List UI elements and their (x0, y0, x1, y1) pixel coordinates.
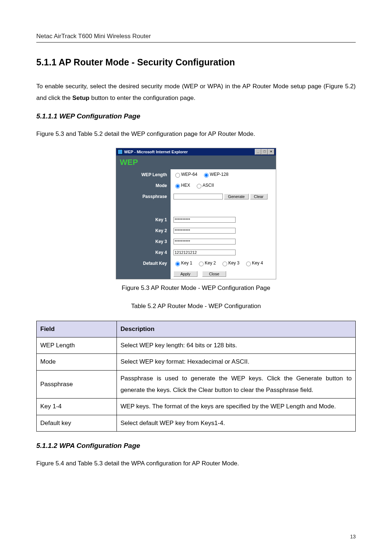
generate-button[interactable]: Generate (224, 194, 249, 199)
cell-desc: Select WEP key format: Hexadecimal or AS… (117, 354, 356, 370)
minimize-button[interactable]: _ (255, 149, 261, 155)
passphrase-input[interactable] (173, 194, 223, 199)
figure-caption: Figure 5.3 AP Router Mode - WEP Configur… (36, 284, 356, 292)
wep-description-table: Field Description WEP Length Select WEP … (36, 321, 356, 432)
table-row: Mode Select WEP key format: Hexadecimal … (37, 354, 356, 370)
wep-form-table: WEP WEP Length WEP-64 WEP-128 Mode HEX A… (116, 155, 276, 279)
table-header-field: Field (37, 321, 117, 337)
ie-titlebar: WEP - Microsoft Internet Explorer _ □ × (116, 148, 276, 155)
table-row: WEP Length Select WEP key length: 64 bit… (37, 337, 356, 354)
radio-default-key4[interactable] (246, 262, 251, 266)
intro-paragraph: To enable security, select the desired s… (36, 81, 356, 104)
ie-window: WEP - Microsoft Internet Explorer _ □ × … (116, 148, 276, 279)
cell-field: WEP Length (37, 337, 117, 354)
cell-desc: WEP keys. The format of the keys are spe… (117, 399, 356, 415)
cell-field: Key 1-4 (37, 399, 117, 415)
window-controls: _ □ × (255, 149, 274, 155)
cell-desc: Passphrase is used to generate the WEP k… (117, 370, 356, 399)
cell-field: Mode (37, 354, 117, 370)
clear-button[interactable]: Clear (250, 194, 268, 199)
intro-post: button to enter the configuration page. (89, 94, 195, 101)
cell-desc: Select WEP key length: 64 bits or 128 bi… (117, 337, 356, 354)
label-key3: Key 3 (116, 236, 171, 247)
subsection-heading-wpa: 5.1.1.2 WPA Configuration Page (36, 442, 356, 450)
key3-input[interactable] (173, 239, 236, 244)
label-key1: Key 1 (116, 214, 171, 225)
label-default-key: Default Key (116, 258, 171, 269)
ie-window-title: WEP - Microsoft Internet Explorer (124, 150, 188, 154)
radio-default-key3[interactable] (222, 262, 227, 266)
label-empty (116, 269, 171, 279)
key1-input[interactable] (173, 217, 236, 223)
label-passphrase: Passphrase (116, 191, 171, 202)
radio-wep-128[interactable] (204, 173, 209, 178)
radio-default-key1[interactable] (175, 262, 180, 266)
radio-label-hex: HEX (181, 183, 190, 188)
radio-label-wep-64: WEP-64 (181, 172, 197, 177)
radio-label-dk1: Key 1 (181, 260, 192, 266)
subsection-heading-wep: 5.1.1.1 WEP Configuration Page (36, 112, 356, 120)
close-button[interactable]: Close (202, 271, 226, 277)
radio-label-dk4: Key 4 (252, 260, 263, 266)
wpa-intro-text: Figure 5.4 and Table 5.3 detail the WPA … (36, 458, 356, 469)
table-row: Key 1-4 WEP keys. The format of the keys… (37, 399, 356, 415)
wep-form-title: WEP (116, 155, 276, 169)
apply-button[interactable]: Apply (173, 271, 197, 277)
desc-bold-clear: Clear (199, 387, 213, 393)
intro-bold-setup: Setup (72, 94, 89, 101)
table-row: Passphrase Passphrase is used to generat… (37, 370, 356, 399)
label-mode: Mode (116, 180, 171, 191)
ie-icon (118, 149, 123, 154)
close-window-button[interactable]: × (268, 149, 274, 155)
table-header-description: Description (117, 321, 356, 337)
figure-5-3: WEP - Microsoft Internet Explorer _ □ × … (36, 148, 356, 279)
radio-ascii[interactable] (197, 184, 201, 189)
key2-input[interactable] (173, 228, 236, 234)
desc-pre: Passphrase is used to generate the WEP k… (121, 375, 296, 382)
wep-intro-text: Figure 5.3 and Table 5.2 detail the WEP … (36, 128, 356, 140)
section-heading: 5.1.1 AP Router Mode - Security Configur… (36, 57, 356, 68)
radio-hex[interactable] (175, 184, 180, 189)
table-caption: Table 5.2 AP Router Mode - WEP Configura… (36, 303, 356, 310)
maximize-button[interactable]: □ (261, 149, 268, 155)
label-wep-length: WEP Length (116, 169, 171, 180)
cell-field: Passphrase (37, 370, 117, 399)
radio-label-ascii: ASCII (203, 183, 214, 188)
document-page: Netac AirTrack T600 Mini Wireless Router… (0, 0, 392, 554)
radio-label-dk2: Key 2 (205, 260, 216, 266)
page-number: 13 (350, 534, 356, 539)
radio-default-key2[interactable] (199, 262, 204, 266)
label-key4: Key 4 (116, 247, 171, 258)
table-row: Default key Select default WEP key from … (37, 415, 356, 431)
cell-field: Default key (37, 415, 117, 431)
desc-bold-generate: Generate (296, 375, 322, 382)
radio-label-dk3: Key 3 (228, 260, 240, 266)
label-key2: Key 2 (116, 225, 171, 236)
radio-label-wep-128: WEP-128 (210, 172, 228, 177)
radio-wep-64[interactable] (175, 173, 180, 178)
cell-desc: Select default WEP key from Keys1-4. (117, 415, 356, 431)
running-header: Netac AirTrack T600 Mini Wireless Router (36, 33, 356, 43)
key4-input[interactable] (173, 250, 236, 255)
desc-post: button to clear the Passphrase field. (213, 387, 313, 393)
